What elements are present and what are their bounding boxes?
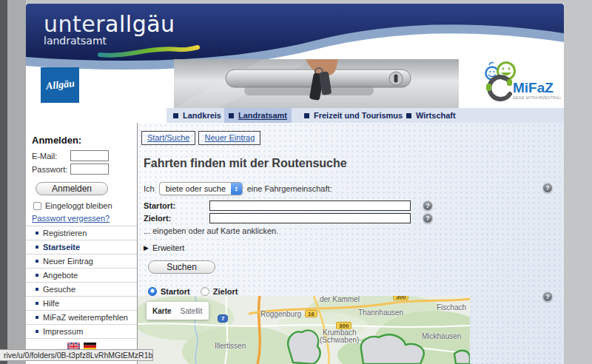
site-logo: unterallgäu landratsamt bbox=[44, 11, 175, 47]
map-type-map-button[interactable]: Karte bbox=[152, 307, 172, 315]
sidebar-item-hilfe[interactable]: Hilfe bbox=[26, 297, 137, 311]
radio-unselected-icon bbox=[201, 287, 209, 296]
forgot-password-link[interactable]: Passwort vergessen? bbox=[32, 214, 110, 223]
destination-input[interactable] bbox=[209, 213, 411, 223]
bullet-icon bbox=[36, 260, 38, 263]
bullet-icon bbox=[36, 232, 38, 235]
bullet-icon bbox=[36, 288, 38, 291]
tab-start-suche[interactable]: Start/Suche bbox=[141, 131, 195, 145]
sidebar: Anmelden: E-Mail: Passwort: Anmelden Ein… bbox=[26, 123, 138, 364]
page: unterallgäu landratsamt Allgäu bbox=[26, 4, 564, 364]
map-place-label: Illertissen bbox=[215, 342, 246, 350]
stay-logged-in-label: Eingeloggt bleiben bbox=[45, 201, 112, 210]
nav-item-wirtschaft[interactable]: Wirtschaft bbox=[402, 108, 460, 123]
destination-label: Zielort: bbox=[144, 214, 209, 223]
road-badge-route: 300 bbox=[393, 296, 408, 300]
sidebar-item-gesuche[interactable]: Gesuche bbox=[26, 283, 137, 297]
help-icon[interactable]: ? bbox=[542, 183, 553, 193]
map-click-mode: Startort Zielort bbox=[148, 287, 238, 296]
sidebar-item-mifaz-weiterempfehlen[interactable]: MiFaZ weiterempfehlen bbox=[26, 311, 137, 325]
help-icon[interactable]: ? bbox=[423, 200, 433, 211]
select-stepper-icon: ▲▼ bbox=[231, 183, 242, 195]
email-field[interactable] bbox=[70, 150, 109, 161]
bullet-icon bbox=[36, 246, 38, 249]
radio-startort[interactable]: Startort bbox=[148, 287, 190, 296]
map-hint-text: ... eingeben oder auf Karte anklicken. bbox=[144, 226, 278, 235]
main-panel: Start/Suche Neuer Eintrag Fahrten finden… bbox=[138, 123, 564, 364]
map-place-label: der Kammel bbox=[320, 296, 360, 303]
map-type-satellite-button[interactable]: Satellit bbox=[181, 307, 203, 315]
mode-select[interactable]: biete oder suche ▲▼ bbox=[159, 182, 243, 195]
map-place-label: Fischach bbox=[437, 303, 466, 311]
start-label: Startort: bbox=[144, 201, 209, 210]
bullet-icon bbox=[36, 330, 38, 333]
tab-bar: Start/Suche Neuer Eintrag bbox=[141, 131, 260, 145]
nav-bullet-icon bbox=[406, 113, 411, 118]
bullet-icon bbox=[36, 302, 38, 305]
bullet-icon bbox=[36, 316, 38, 319]
search-button[interactable]: Suchen bbox=[148, 260, 215, 274]
radio-zielort[interactable]: Zielort bbox=[201, 287, 238, 296]
help-icon[interactable]: ? bbox=[423, 213, 433, 223]
sidebar-item-neuer-eintrag[interactable]: Neuer Eintrag bbox=[26, 255, 137, 269]
map-place-label: (Schwaben) bbox=[320, 336, 359, 344]
svg-text:MiFaZ: MiFaZ bbox=[513, 80, 554, 95]
road-badge-motorway: 7 bbox=[218, 314, 228, 323]
nav-item-landratsamt[interactable]: Landratsamt bbox=[224, 108, 292, 123]
page-title: Fahrten finden mit der Routensuche bbox=[144, 157, 347, 170]
browser-status-tooltip: rive/u/0/folders/0B-t3pfz8LvRhMGtEMzR1bE… bbox=[0, 349, 153, 361]
login-title: Anmelden: bbox=[32, 135, 81, 146]
road-badge-route: 16 bbox=[305, 310, 317, 317]
triangle-right-icon: ▶ bbox=[144, 244, 149, 252]
road-badge-route: 300 bbox=[336, 322, 352, 329]
window-edge-light bbox=[7, 0, 26, 364]
login-button[interactable]: Anmelden bbox=[36, 182, 108, 195]
mode-prefix-label: Ich bbox=[144, 184, 155, 193]
sidebar-item-registrieren[interactable]: Registrieren bbox=[26, 226, 137, 240]
start-input[interactable] bbox=[209, 200, 411, 211]
sidebar-menu: Registrieren Startseite Neuer Eintrag An… bbox=[26, 226, 137, 339]
password-field[interactable] bbox=[70, 164, 109, 175]
content-area: Anmelden: E-Mail: Passwort: Anmelden Ein… bbox=[26, 123, 564, 364]
map-place-label: Thannhausen bbox=[358, 309, 403, 317]
sidebar-item-impressum[interactable]: Impressum bbox=[26, 325, 137, 339]
nav-bullet-icon bbox=[229, 113, 234, 118]
mifaz-logo: MiFaZ DEINE MITFAHRZENTRALE bbox=[476, 59, 561, 107]
help-icon[interactable]: ? bbox=[542, 291, 553, 302]
nav-bullet-icon bbox=[304, 113, 309, 118]
nav-item-freizeit-und-tourismus[interactable]: Freizeit und Tourismus bbox=[300, 108, 407, 123]
main-navigation: Landkreis Landratsamt Freizeit und Touri… bbox=[166, 108, 564, 123]
logo-swoosh-icon bbox=[97, 44, 201, 58]
map-place-label: Mickhausen bbox=[422, 332, 461, 340]
window-edge-dark bbox=[0, 0, 7, 364]
map-place-label: Roggenburg bbox=[260, 310, 301, 318]
nav-bullet-icon bbox=[173, 113, 178, 118]
mode-select-value: biete oder suche bbox=[160, 184, 226, 193]
stay-logged-in-checkbox[interactable] bbox=[33, 202, 41, 210]
tab-neuer-eintrag[interactable]: Neuer Eintrag bbox=[198, 131, 260, 145]
map-type-control: Karte Satellit bbox=[147, 302, 209, 320]
email-label: E-Mail: bbox=[32, 152, 70, 161]
radio-selected-icon bbox=[148, 287, 157, 296]
map-canvas[interactable]: Karte Satellit der Kammel Roggenburg Tha… bbox=[138, 296, 470, 364]
site-logo-title: unterallgäu bbox=[44, 11, 175, 37]
bullet-icon bbox=[36, 274, 38, 277]
header: unterallgäu landratsamt Allgäu bbox=[26, 4, 564, 123]
sidebar-item-angebote[interactable]: Angebote bbox=[26, 269, 137, 283]
allgaeu-logo: Allgäu bbox=[41, 67, 79, 103]
advanced-toggle[interactable]: ▶ Erweitert bbox=[144, 243, 184, 252]
svg-text:DEINE MITFAHRZENTRALE: DEINE MITFAHRZENTRALE bbox=[513, 96, 561, 100]
nav-item-landkreis[interactable]: Landkreis bbox=[169, 108, 226, 123]
car-door-handle-photo bbox=[174, 59, 459, 108]
mode-suffix-label: eine Fahrgemeinschaft: bbox=[247, 184, 332, 193]
password-label: Passwort: bbox=[32, 165, 70, 174]
sidebar-item-startseite[interactable]: Startseite bbox=[26, 240, 137, 255]
